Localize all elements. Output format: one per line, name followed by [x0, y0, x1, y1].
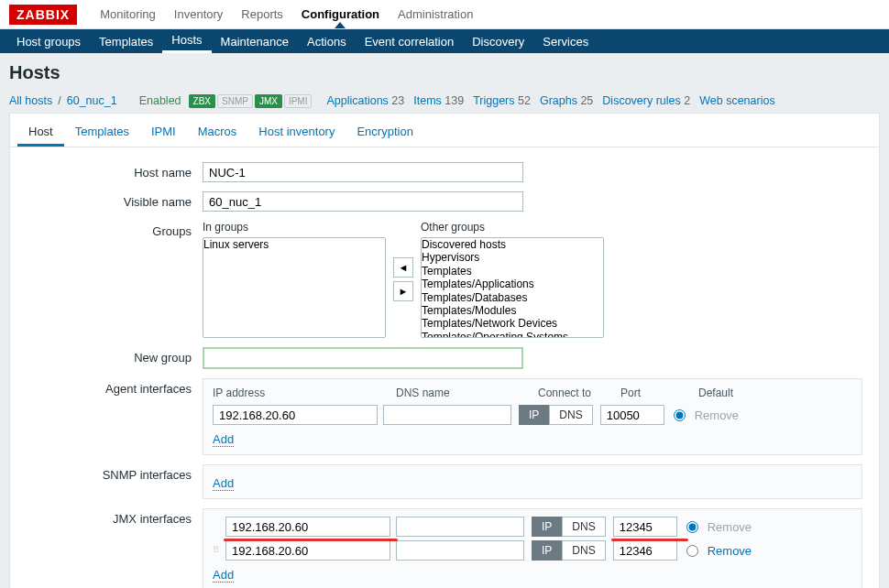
move-right-button[interactable]: ► — [393, 281, 413, 301]
lbl-new-group: New group — [19, 347, 203, 369]
lbl-visible-name: Visible name — [19, 191, 203, 212]
lbl-groups: Groups — [19, 221, 203, 338]
jmx-default-radio[interactable] — [686, 521, 698, 533]
jmx-conn-dns[interactable]: DNS — [562, 540, 605, 561]
tab-ipmi[interactable]: IPMI — [140, 119, 187, 147]
hdr-port: Port — [620, 387, 698, 399]
other-groups-list[interactable]: Discovered hostsHypervisorsTemplatesTemp… — [421, 237, 604, 338]
new-group-input[interactable] — [203, 347, 523, 369]
subnav-discovery[interactable]: Discovery — [463, 29, 533, 53]
in-groups-list[interactable]: Linux servers — [203, 237, 386, 338]
lbl-host-name: Host name — [19, 162, 203, 182]
host-card: HostTemplatesIPMIMacrosHost inventoryEnc… — [9, 113, 880, 588]
topnav-administration[interactable]: Administration — [389, 7, 482, 21]
other-group-option[interactable]: Templates/Network Devices — [422, 317, 603, 330]
hdr-ip: IP address — [213, 387, 396, 399]
agent-add-link[interactable]: Add — [213, 432, 234, 447]
visible-name-input[interactable] — [203, 191, 523, 212]
agent-connect-toggle: IPDNS — [519, 405, 593, 425]
host-name-input[interactable] — [203, 162, 523, 182]
jmx-add-link[interactable]: Add — [213, 568, 234, 583]
agent-ip-input[interactable] — [213, 405, 378, 425]
in-group-option[interactable]: Linux servers — [203, 238, 385, 251]
jmx-dns-input[interactable] — [396, 540, 524, 561]
other-group-option[interactable]: Templates/Operating Systems — [422, 331, 603, 338]
lbl-jmx-if: JMX interfaces — [19, 508, 203, 588]
agent-interfaces: IP address DNS name Connect to Port Defa… — [203, 378, 862, 455]
jmx-conn-dns[interactable]: DNS — [562, 517, 605, 537]
other-group-option[interactable]: Templates/Modules — [422, 304, 603, 317]
protocol-badges: ZBXSNMPJMXIPMI — [187, 94, 313, 107]
other-group-option[interactable]: Templates/Databases — [422, 291, 603, 304]
page-title: Hosts — [9, 62, 880, 83]
agent-port-input[interactable] — [600, 405, 664, 425]
jmx-default-radio[interactable] — [686, 545, 698, 557]
subnav-maintenance[interactable]: Maintenance — [212, 29, 298, 53]
hdr-conn: Connect to — [538, 387, 620, 399]
subnav-templates[interactable]: Templates — [90, 29, 162, 53]
drag-handle-icon[interactable]: ⠿ — [213, 547, 225, 554]
subnav-host-groups[interactable]: Host groups — [7, 29, 90, 53]
agent-default-radio[interactable] — [674, 409, 686, 421]
jmx-connect-toggle: IPDNS — [532, 540, 606, 561]
tabs: HostTemplatesIPMIMacrosHost inventoryEnc… — [10, 114, 879, 147]
subnav-services[interactable]: Services — [533, 29, 598, 53]
jmx-dns-input[interactable] — [396, 517, 524, 537]
jmx-row: ⠿IPDNSRemove — [213, 540, 852, 561]
bc-all-hosts[interactable]: All hosts — [9, 94, 52, 107]
agent-row: IPDNSRemove — [213, 405, 852, 425]
host-form: Host name Visible name Groups In groups … — [10, 147, 879, 588]
topnav-reports[interactable]: Reports — [232, 7, 292, 21]
snmp-interfaces: Add — [203, 464, 862, 499]
meta-applications[interactable]: Applications — [326, 94, 388, 107]
tab-encryption[interactable]: Encryption — [346, 119, 423, 147]
jmx-ip-input[interactable] — [225, 517, 390, 537]
proto-zbx: ZBX — [189, 94, 215, 108]
meta-links: Applications 23Items 139Triggers 52Graph… — [317, 94, 774, 107]
logo: ZABBIX — [9, 5, 77, 25]
meta-triggers[interactable]: Triggers — [473, 94, 514, 107]
jmx-connect-toggle: IPDNS — [532, 517, 606, 537]
sub-nav: Host groupsTemplatesHostsMaintenanceActi… — [0, 29, 889, 53]
jmx-conn-ip[interactable]: IP — [532, 540, 562, 561]
proto-ipmi: IPMI — [284, 94, 313, 108]
meta-web-scenarios[interactable]: Web scenarios — [699, 94, 774, 107]
topnav-configuration[interactable]: Configuration — [292, 7, 389, 21]
move-left-button[interactable]: ◄ — [393, 257, 413, 278]
tab-macros[interactable]: Macros — [187, 119, 248, 147]
meta-discovery-rules[interactable]: Discovery rules — [602, 94, 680, 107]
subnav-event-correlation[interactable]: Event correlation — [356, 29, 464, 53]
topnav-monitoring[interactable]: Monitoring — [91, 7, 165, 21]
agent-conn-ip[interactable]: IP — [519, 405, 549, 425]
other-group-option[interactable]: Templates/Applications — [422, 278, 603, 290]
status-enabled: Enabled — [139, 94, 181, 107]
meta-items[interactable]: Items — [413, 94, 442, 107]
subnav-hosts[interactable]: Hosts — [162, 29, 211, 53]
tab-host-inventory[interactable]: Host inventory — [247, 119, 346, 147]
hdr-dns: DNS name — [396, 387, 538, 399]
other-group-option[interactable]: Hypervisors — [422, 251, 603, 264]
other-group-option[interactable]: Discovered hosts — [422, 238, 603, 251]
topnav-inventory[interactable]: Inventory — [165, 7, 232, 21]
snmp-add-link[interactable]: Add — [213, 476, 234, 491]
proto-jmx: JMX — [255, 94, 282, 108]
jmx-ip-input[interactable] — [225, 540, 390, 561]
jmx-port-input[interactable] — [613, 540, 677, 561]
bc-sep: / — [58, 94, 60, 107]
breadcrumb: All hosts / 60_nuc_1 Enabled ZBXSNMPJMXI… — [9, 94, 880, 107]
lbl-agent-if: Agent interfaces — [19, 378, 203, 455]
jmx-remove-link[interactable]: Remove — [708, 544, 752, 558]
bc-host[interactable]: 60_nuc_1 — [67, 94, 117, 107]
subnav-actions[interactable]: Actions — [298, 29, 356, 53]
proto-snmp: SNMP — [217, 94, 253, 108]
other-group-option[interactable]: Templates — [422, 265, 603, 278]
lbl-other-groups: Other groups — [421, 221, 604, 234]
agent-dns-input[interactable] — [383, 405, 511, 425]
tab-templates[interactable]: Templates — [64, 119, 140, 147]
agent-remove-link: Remove — [695, 408, 739, 422]
tab-host[interactable]: Host — [17, 119, 64, 147]
jmx-conn-ip[interactable]: IP — [532, 517, 562, 537]
meta-graphs[interactable]: Graphs — [540, 94, 577, 107]
jmx-port-input[interactable] — [613, 517, 677, 537]
agent-conn-dns[interactable]: DNS — [549, 405, 592, 425]
